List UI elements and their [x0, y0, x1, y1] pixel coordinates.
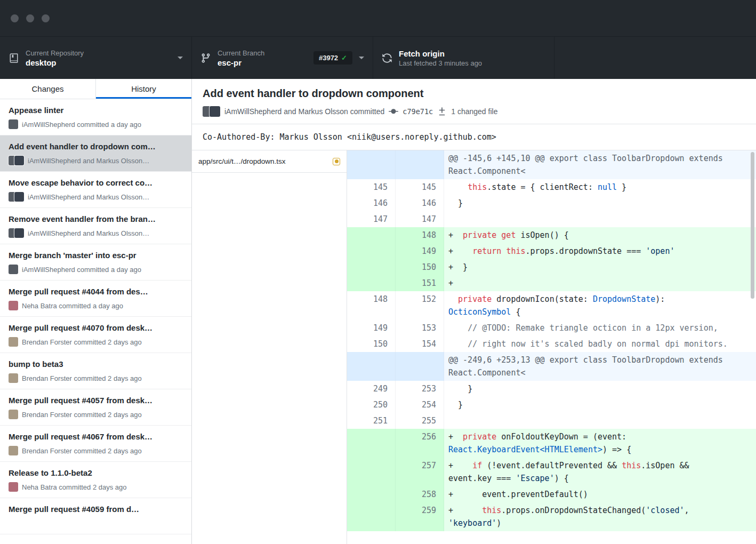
- commit-list-title: Merge pull request #4059 from d…: [9, 504, 183, 515]
- avatar: [14, 192, 24, 202]
- fetch-title: Fetch origin: [399, 49, 545, 59]
- diff-row: 250254 }: [347, 397, 756, 413]
- diff-row: 148+ private get isOpen() {: [347, 227, 756, 243]
- diff-code-line: + return this.props.dropdownState === 'o…: [444, 243, 756, 259]
- scrollbar-thumb[interactable]: [751, 152, 754, 299]
- diff-scrollbar: [751, 152, 754, 542]
- tab-changes[interactable]: Changes: [0, 79, 95, 99]
- old-line-number: 145: [347, 179, 396, 195]
- new-line-number: 146: [396, 195, 444, 211]
- sidebar: Changes History Appease linteriAmWillShe…: [0, 79, 192, 544]
- fetch-origin-button[interactable]: Fetch origin Last fetched 3 minutes ago: [373, 37, 554, 79]
- diff-row: 148152 private dropdownIcon(state: Dropd…: [347, 291, 756, 320]
- commit-list-byline: iAmWillShepherd committed a day ago: [22, 121, 141, 129]
- new-line-number: 253: [396, 381, 444, 397]
- old-line-number: 146: [347, 195, 396, 211]
- commit-list-byline: iAmWillShepherd committed a day ago: [22, 266, 141, 274]
- commit-list-item[interactable]: Remove event handler from the bran…iAmWi…: [0, 208, 191, 244]
- diff-code-line: @@ -249,6 +253,13 @@ export class Toolba…: [444, 352, 756, 381]
- avatar-group: [9, 265, 18, 274]
- avatar: [14, 228, 24, 238]
- commit-list-title: bump to beta3: [9, 359, 183, 370]
- old-line-number: 147: [347, 211, 396, 227]
- commit-list-item[interactable]: Merge pull request #4059 from d…: [0, 498, 191, 534]
- diff-code-line: + private onFoldoutKeyDown = (event: Rea…: [444, 429, 756, 458]
- avatar: [9, 337, 18, 347]
- file-path: app/src/ui/t…/dropdown.tsx: [198, 157, 286, 165]
- ci-success-check-icon: ✓: [341, 54, 347, 62]
- toolbar: Current Repository desktop Current Branc…: [0, 36, 756, 79]
- commit-list-item[interactable]: Move escape behavior to correct co…iAmWi…: [0, 172, 191, 208]
- commit-meta: iAmWillShepherd and Markus Olsson commit…: [203, 106, 745, 117]
- avatar-group: [9, 373, 18, 383]
- repository-name: desktop: [26, 58, 171, 68]
- avatar-group: [9, 482, 18, 492]
- repository-picker-button[interactable]: Current Repository desktop: [0, 37, 192, 79]
- old-line-number: [347, 429, 396, 458]
- commit-list-title: Merge pull request #4044 from des…: [9, 286, 183, 297]
- diff-code-line: // right now it's scaled badly on normal…: [444, 336, 756, 352]
- avatar: [9, 410, 18, 419]
- diff-view: @@ -145,6 +145,10 @@ export class Toolba…: [347, 150, 756, 544]
- diff-code-line: // @TODO: Remake triangle octicon in a 1…: [444, 320, 756, 336]
- new-line-number: 258: [396, 486, 444, 502]
- commit-list-item[interactable]: Merge pull request #4057 from desk…Brend…: [0, 389, 191, 426]
- avatar-group: [9, 156, 24, 165]
- tab-history[interactable]: History: [95, 79, 191, 99]
- commit-list-item[interactable]: bump to beta3Brendan Forster committed 2…: [0, 353, 191, 389]
- branch-picker-text: Current Branch esc-pr: [218, 49, 307, 68]
- commit-list-byline: iAmWillShepherd and Markus Olsson…: [28, 157, 149, 165]
- commit-list-item[interactable]: Merge pull request #4070 from desk…Brend…: [0, 317, 191, 353]
- commit-list-meta: Brendan Forster committed 2 days ago: [9, 410, 183, 419]
- new-line-number: 254: [396, 397, 444, 413]
- new-line-number: 150: [396, 259, 444, 275]
- avatar-group: [9, 410, 18, 419]
- commit-detail-pane: Add event handler to dropdown component …: [192, 79, 756, 544]
- commit-list-title: Merge pull request #4057 from desk…: [9, 395, 183, 406]
- commit-list-item[interactable]: Merge branch 'master' into esc-priAmWill…: [0, 244, 191, 281]
- changed-files-list: app/src/ui/t…/dropdown.tsx: [192, 150, 347, 544]
- commit-list-item[interactable]: Merge pull request #4044 from des…Neha B…: [0, 281, 191, 317]
- commit-list-title: Move escape behavior to correct co…: [9, 178, 183, 188]
- commit-list-item[interactable]: Add event handler to dropdown com…iAmWil…: [0, 135, 191, 172]
- new-line-number: [396, 150, 444, 179]
- diff-row: 145145 this.state = { clientRect: null }: [347, 179, 756, 195]
- commit-list-meta: iAmWillShepherd and Markus Olsson…: [9, 156, 183, 165]
- modified-status-icon: [333, 158, 340, 165]
- new-line-number: 259: [396, 502, 444, 531]
- avatar-group: [9, 337, 18, 347]
- commit-list-meta: iAmWillShepherd committed a day ago: [9, 265, 183, 274]
- toolbar-spacer: [554, 37, 756, 79]
- avatar-group: [9, 119, 18, 129]
- diff-row: 256+ private onFoldoutKeyDown = (event: …: [347, 429, 756, 458]
- commit-list-byline: Brendan Forster committed 2 days ago: [22, 411, 142, 419]
- commit-list-meta: Brendan Forster committed 2 days ago: [9, 446, 183, 455]
- repository-picker-text: Current Repository desktop: [26, 49, 171, 68]
- old-line-number: [347, 150, 396, 179]
- commit-summary: Add event handler to dropdown component …: [192, 79, 756, 124]
- diff-row: 249253 }: [347, 381, 756, 397]
- commit-list-item[interactable]: Appease linteriAmWillShepherd committed …: [0, 99, 191, 135]
- branch-picker-button[interactable]: Current Branch esc-pr #3972 ✓: [192, 37, 373, 79]
- commit-title: Add event handler to dropdown component: [203, 86, 745, 100]
- window-zoom-button[interactable]: [42, 14, 50, 22]
- diff-row: 150+ }: [347, 259, 756, 275]
- commit-list-item[interactable]: Merge pull request #4067 from desk…Brend…: [0, 426, 191, 462]
- diff-code-line: }: [444, 397, 756, 413]
- file-list-item[interactable]: app/src/ui/t…/dropdown.tsx: [192, 150, 347, 173]
- diff-row: 251255: [347, 413, 756, 429]
- avatar: [9, 373, 18, 383]
- commit-list-item[interactable]: Release to 1.1.0-beta2Neha Batra committ…: [0, 462, 191, 498]
- window-minimize-button[interactable]: [26, 14, 34, 22]
- commit-sha: c79e71c: [403, 107, 433, 116]
- diff-row: 149+ return this.props.dropdownState ===…: [347, 243, 756, 259]
- avatar-group: [9, 192, 24, 202]
- pr-status-badge: #3972 ✓: [313, 51, 352, 65]
- commit-list-meta: iAmWillShepherd and Markus Olsson…: [9, 228, 183, 238]
- old-line-number: [347, 243, 396, 259]
- old-line-number: 148: [347, 291, 396, 320]
- window-close-button[interactable]: [11, 14, 19, 22]
- avatar: [9, 301, 18, 310]
- diff-row: 258+ event.preventDefault(): [347, 486, 756, 502]
- diff-code-line: + }: [444, 259, 756, 275]
